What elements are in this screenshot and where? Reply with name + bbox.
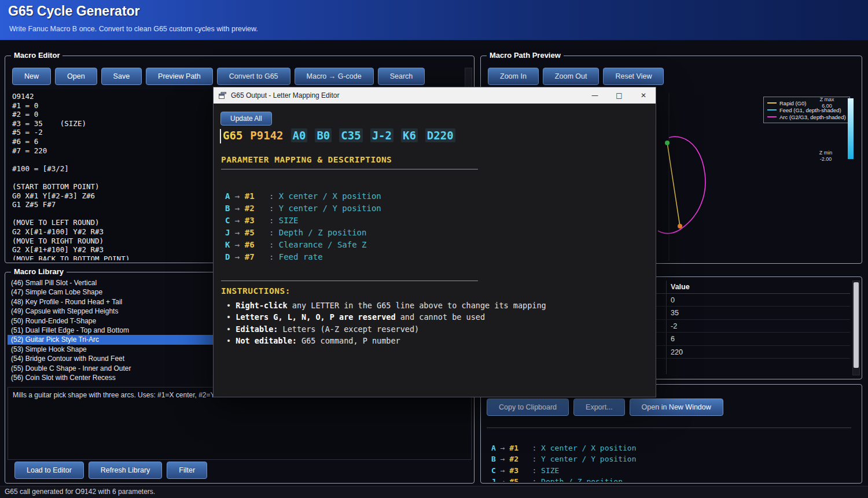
z-max-value: 6.00 [813,103,841,109]
output-button-export[interactable]: Export... [573,399,625,416]
status-bar: G65 call generated for O9142 with 6 para… [0,486,868,498]
app-subtitle: Write Fanuc Macro B once. Convert to cle… [9,25,258,33]
mapping-row: A → #1 : X center / X position [225,190,381,202]
mapping-row: C → #3 : SIZE [491,465,857,476]
mapping-row: B → #2 : Y center / Y position [225,202,381,215]
z-min-label: Z min -2.00 [812,150,840,163]
output-button-open-in-new-window[interactable]: Open in New Window [630,399,723,416]
output-buttons: Copy to ClipboardExport...Open in New Wi… [487,399,723,416]
app-title: G65 Cycle Generator [8,3,140,19]
minimize-icon[interactable]: — [583,87,607,104]
g65-param-token-a0[interactable]: A0 [291,128,308,142]
z-min-caption: Z min [812,150,840,156]
g65-output-panel: Copy to ClipboardExport...Open in New Wi… [480,384,862,484]
mapping-row: C → #3 : SIZE [225,215,381,227]
g65-param-token-d220[interactable]: D220 [425,128,455,142]
close-icon[interactable]: ✕ [631,87,656,104]
instructions-list: • Right-click any LETTER in the G65 line… [226,300,546,347]
legend-swatch [767,116,777,117]
arc-toolpath [658,137,705,233]
mapping-row: A → #1 : X center / X position [491,442,857,453]
start-point-dot [665,141,670,145]
editor-button-preview-path[interactable]: Preview Path [146,68,213,85]
editor-button-macro-g-code[interactable]: Macro → G-code [295,68,374,85]
editor-button-new[interactable]: New [12,68,51,85]
dialog-window-controls: — □ ✕ [583,87,656,104]
editor-button-search[interactable]: Search [378,68,425,85]
parameters-scrollbar[interactable] [852,281,860,375]
output-divider [487,427,851,429]
macro-path-preview-title: Macro Path Preview [487,51,564,60]
maximize-icon[interactable]: □ [607,87,631,104]
dialog-mapping-list: A → #1 : X center / X positionB → #2 : Y… [225,190,381,263]
preview-button-zoom-out[interactable]: Zoom Out [543,68,599,85]
legend-swatch [767,109,777,110]
app-header: G65 Cycle Generator Write Fanuc Macro B … [0,0,868,40]
section-divider [221,281,478,281]
output-mapping-list: A → #1 : X center / X positionB → #2 : Y… [491,442,857,482]
library-buttons: Load to EditorRefresh LibraryFilter [14,462,207,479]
dialog-titlebar[interactable]: G65 Output - Letter Mapping Editor — □ ✕ [214,87,656,104]
value-column-header: Value [671,281,690,294]
dialog-title: G65 Output - Letter Mapping Editor [231,91,339,99]
update-all-button[interactable]: Update All [220,112,272,126]
legend-swatch [767,102,777,104]
section-divider [221,169,478,169]
legend-entry: Arc (G2/G3, depth-shaded) [767,113,846,120]
g65-param-token-j-2[interactable]: J-2 [370,128,393,142]
library-button-filter[interactable]: Filter [167,462,207,479]
macro-library-title: Macro Library [11,267,67,276]
g65-param-token-b0[interactable]: B0 [315,128,332,142]
preview-toolbar: Zoom InZoom OutReset View [488,68,664,85]
depth-colorbar [848,98,854,159]
editor-button-convert-to-g65[interactable]: Convert to G65 [217,68,290,85]
instruction-item: • Right-click any LETTER in the G65 line… [226,300,546,311]
output-button-copy-to-clipboard[interactable]: Copy to Clipboard [487,399,569,416]
legend-label: Rapid (G0) [779,100,806,106]
preview-button-zoom-in[interactable]: Zoom In [488,68,539,85]
parameters-scrollbar-thumb[interactable] [854,282,859,368]
app-root: { "header": { "title": "G65 Cycle Genera… [0,0,868,498]
g65-param-token-k6[interactable]: K6 [401,128,418,142]
mapping-row: K → #6 : Clearance / Safe Z [225,239,381,251]
text-caret [220,129,221,143]
g65-param-token-c35[interactable]: C35 [339,128,362,142]
z-max-caption: Z max [813,97,841,103]
app-window-icon [218,91,227,100]
macro-description-box[interactable]: Mills a guitar pick shape with three arc… [8,387,472,460]
editor-button-open[interactable]: Open [55,68,97,85]
mapping-row: B → #2 : Y center / Y position [491,453,857,464]
macro-editor-panel-title: Macro Editor [11,51,62,60]
g65-p-number-token: P9142 [250,129,283,142]
instruction-item: • Editable: Letters (A-Z except reserved… [226,323,546,335]
legend-label: Arc (G2/G3, depth-shaded) [779,114,846,120]
mapping-row: D → #7 : Feed rate [225,251,381,263]
instructions-title: INSTRUCTIONS: [221,286,290,296]
z-max-label: Z max 6.00 [813,97,841,109]
g65-command-line[interactable]: G65P9142A0B0C35J-2K6D220 [223,129,463,142]
library-button-refresh-library[interactable]: Refresh Library [89,462,162,479]
library-button-load-to-editor[interactable]: Load to Editor [14,462,84,479]
preview-button-reset-view[interactable]: Reset View [603,68,664,85]
editor-button-save[interactable]: Save [101,68,142,85]
instruction-item: • Letters G, L, N, O, P are reserved and… [226,311,546,323]
plunge-point-dot [678,224,682,228]
status-text: G65 call generated for O9142 with 6 para… [5,488,155,496]
dialog-body: Update All G65P9142A0B0C35J-2K6D220 PARA… [214,104,656,397]
instruction-item: • Not editable: G65 command, P number [226,335,546,346]
parameter-mapping-section-title: PARAMETER MAPPING & DESCRIPTIONS [221,155,392,164]
z-min-value: -2.00 [812,156,840,163]
editor-toolbar: NewOpenSavePreview PathConvert to G65Mac… [12,68,425,85]
mapping-row: J → #5 : Depth / Z position [491,476,857,482]
g65-command-token: G65 [223,129,242,142]
mapping-row: J → #5 : Depth / Z position [225,227,381,239]
letter-mapping-dialog: G65 Output - Letter Mapping Editor — □ ✕… [213,87,656,397]
